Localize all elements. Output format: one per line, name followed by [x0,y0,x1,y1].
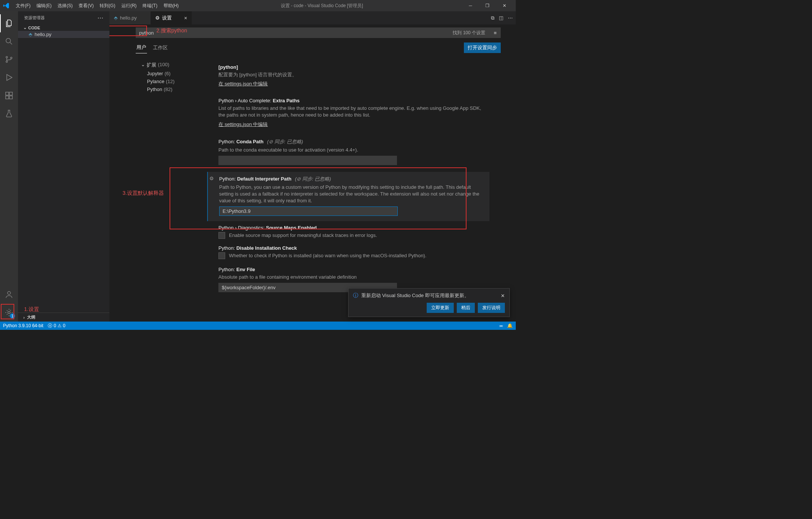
activity-extensions[interactable] [0,86,18,105]
extensions-icon [5,91,14,100]
status-bar: Python 3.9.10 64-bit ⓧ 0 ⚠ 0 ⫘ 🔔 [0,322,516,330]
window-controls: ─ ❐ ✕ [462,0,513,11]
activity-explorer[interactable] [0,14,18,32]
settings-tab-icon: ⚙ [155,15,160,21]
toc-extensions[interactable]: ⌄ 扩展 (100) [136,61,200,70]
bell-icon[interactable]: 🔔 [507,323,513,328]
edit-in-json-link[interactable]: 在 settings.json 中编辑 [218,81,268,86]
setting-prefix: Python: [218,139,235,144]
scope-workspace[interactable]: 工作区 [152,42,168,53]
toc-jupyter[interactable]: Jupyter (6) [136,70,200,77]
outline-section[interactable]: › 大纲 [18,313,109,322]
split-editor-icon[interactable]: ◫ [499,15,503,21]
toc-label: Pylance [147,79,164,84]
activity-bar: 1 [0,11,18,322]
source-maps-checkbox[interactable] [218,232,225,239]
activity-search[interactable] [0,32,18,50]
filter-icon[interactable]: ≡ [494,30,497,36]
toast-close-icon[interactable]: ✕ [501,293,505,299]
menu-terminal[interactable]: 终端(T) [139,3,160,9]
status-problems[interactable]: ⓧ 0 ⚠ 0 [48,323,65,329]
explorer-header: 资源管理器 ⋯ [18,11,109,24]
svg-point-0 [6,38,11,43]
menu-go[interactable]: 转到(G) [97,3,118,9]
setting-description: Enable source map support for meaningful… [229,232,377,239]
close-window-button[interactable]: ✕ [496,0,513,11]
explorer-root[interactable]: ⌄ CODE [18,24,109,31]
open-settings-sync-button[interactable]: 打开设置同步 [464,42,501,53]
tab-actions: ⧉ ◫ ⋯ [488,11,516,24]
status-python[interactable]: Python 3.9.10 64-bit [3,323,43,328]
tab-settings[interactable]: ⚙ 设置 × [151,11,192,24]
editor-area: ⬘ hello.py ⚙ 设置 × ⧉ ◫ ⋯ 找到 100 个设置 ≡ [109,11,516,322]
sync-status: 同步: 已忽略 [302,176,329,182]
svg-point-1 [6,56,8,58]
svg-rect-7 [9,96,12,99]
warning-count: 0 [63,323,65,328]
settings-search-box[interactable]: 找到 100 个设置 ≡ [136,27,501,38]
files-icon [5,19,14,28]
root-folder-name: CODE [28,26,40,30]
setting-prefix: Python: [218,245,235,251]
setting-prefix: Python: [219,176,236,182]
file-name: hello.py [35,32,52,37]
setting-conda-path: Python: Conda Path (⊘ 同步: 已忽略) Path to t… [207,135,489,170]
branch-icon [5,55,14,64]
activity-settings-gear[interactable]: 1 [0,304,18,322]
activity-run-debug[interactable] [0,68,18,86]
menu-file[interactable]: 文件(F) [13,3,33,9]
minimize-button[interactable]: ─ [462,0,479,11]
feedback-icon[interactable]: ⫘ [499,323,503,328]
activity-testing[interactable] [0,105,18,123]
svg-point-2 [6,61,8,62]
settings-list[interactable]: [python] 配置要为 [python] 语言替代的设置。 在 settin… [207,61,501,321]
menu-selection[interactable]: 选择(S) [55,3,76,9]
activity-source-control[interactable] [0,50,18,68]
setting-name: Extra Paths [273,98,300,103]
setting-python-lang: [python] 配置要为 [python] 语言替代的设置。 在 settin… [207,61,489,93]
menu-bar: 文件(F) 编辑(E) 选择(S) 查看(V) 转到(G) 运行(R) 终端(T… [13,3,182,9]
toc-count: (6) [165,71,171,76]
toc-label: Python [147,86,162,92]
error-icon: ⓧ [48,323,52,328]
window-title: 设置 - code - Visual Studio Code [管理员] [182,3,462,9]
setting-description: List of paths to libraries and the like … [218,105,485,118]
more-actions-icon[interactable]: ⋯ [508,15,513,21]
toc-count: (82) [164,86,172,92]
close-tab-icon[interactable]: × [184,15,187,21]
toast-later-button[interactable]: 稍后 [457,303,475,313]
svg-rect-5 [9,92,12,95]
maximize-button[interactable]: ❐ [479,0,496,11]
menu-view[interactable]: 查看(V) [76,3,97,9]
toc-pylance[interactable]: Pylance (12) [136,77,200,85]
setting-name: Env File [236,267,255,272]
file-item-hello[interactable]: ⬘ hello.py [18,31,109,38]
default-interpreter-input[interactable] [219,206,398,216]
menu-edit[interactable]: 编辑(E) [33,3,55,9]
sync-status: 同步: 已忽略 [274,139,301,144]
toc-python[interactable]: Python (82) [136,85,200,93]
toast-update-now-button[interactable]: 立即更新 [427,303,454,313]
toc-count: (12) [166,79,174,84]
tab-hello-py[interactable]: ⬘ hello.py [109,11,151,24]
conda-path-input[interactable] [218,156,397,165]
split-open-icon[interactable]: ⧉ [491,15,494,21]
explorer-more-icon[interactable]: ⋯ [97,14,103,21]
svg-point-9 [8,311,10,314]
error-count: 0 [54,323,56,328]
gear-icon[interactable]: ⚙ [209,176,214,181]
menu-help[interactable]: 帮助(H) [161,3,182,9]
activity-accounts[interactable] [0,285,18,304]
edit-in-json-link[interactable]: 在 settings.json 中编辑 [218,121,268,127]
python-file-icon: ⬘ [29,32,32,37]
menu-run[interactable]: 运行(R) [118,3,140,9]
setting-extra-paths: Python › Auto Complete: Extra Paths List… [207,94,489,133]
setting-title: [python] [218,64,238,70]
toast-release-notes-button[interactable]: 发行说明 [478,303,505,313]
scope-user[interactable]: 用户 [136,42,147,53]
disable-install-checkbox[interactable] [218,252,225,259]
settings-badge: 1 [10,313,15,319]
tab-label: 设置 [162,15,172,21]
settings-search-input[interactable] [139,30,497,36]
setting-description: 配置要为 [python] 语言替代的设置。 [218,71,485,78]
